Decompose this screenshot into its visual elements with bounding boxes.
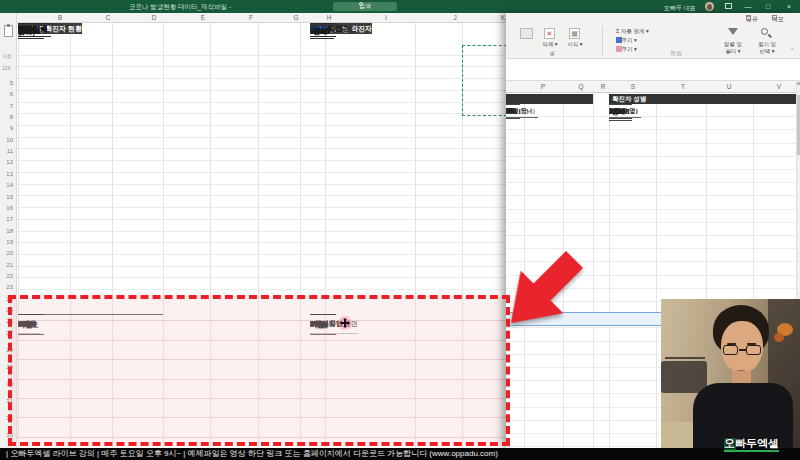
ribbon-fragment: 자동 [2,53,12,59]
column-letter[interactable]: B [50,14,70,21]
row-header-column[interactable]: 자동 129 567891011121314151617181920212223… [0,13,17,448]
formula-bar[interactable] [506,59,800,81]
row-number[interactable]: 22 [0,273,13,279]
row-number[interactable]: 31 [0,398,13,404]
row-number[interactable]: 10 [0,137,13,143]
row-number[interactable]: 7 [0,103,13,109]
insert-cells-icon[interactable] [520,28,533,39]
format-cells-icon[interactable]: ▦ [569,28,580,39]
desk-item [661,361,707,393]
sort-filter-icon[interactable] [728,28,738,40]
gridline [112,23,113,448]
video-frame: 코로나 발생현황 데이터_제작파일 - 검색 오빠두 대표 — □ × 자동 1… [0,0,800,460]
column-letter[interactable]: C [98,14,118,21]
row-number[interactable]: 26 [0,318,13,324]
row-number[interactable]: 8 [0,114,13,120]
row-number[interactable]: 13 [0,171,13,177]
plush-toy [774,333,784,342]
account-avatar[interactable] [705,2,714,11]
column-letter[interactable]: E [193,14,213,21]
delete-button[interactable]: 삭제 ▾ [536,41,564,48]
gridline [325,23,326,448]
fill-button[interactable]: 채우기 ▾ [616,37,637,44]
cell[interactable]: 326 [506,104,520,119]
clear-icon [616,46,622,52]
row-number[interactable]: 18 [0,228,13,234]
collapse-ribbon-icon[interactable]: ^ [786,47,798,53]
maximize-button[interactable]: □ [760,0,776,13]
column-letter[interactable]: U [719,83,739,90]
row-number[interactable]: 15 [0,194,13,200]
column-letter[interactable]: P [533,83,553,90]
gridline [656,93,657,448]
row-number[interactable]: 28 [0,347,13,353]
row-number[interactable]: 19 [0,239,13,245]
row-number[interactable]: 33 [0,432,13,438]
glasses-bridge [739,349,746,351]
gridline [210,23,211,448]
column-letter[interactable]: H [319,14,339,21]
delete-cells-icon[interactable]: ✕ [544,28,555,39]
row-number[interactable]: 24 [0,296,13,302]
row-number[interactable]: 25 [0,307,13,313]
document-title: 코로나 발생현황 데이터_제작파일 - [95,3,265,12]
row-number[interactable]: 5 [0,80,13,86]
minimize-button[interactable]: — [740,0,756,13]
cell[interactable]: 1% [310,314,328,334]
row-number[interactable]: 9 [0,125,13,131]
find-select-button-line2[interactable]: 선택 ▾ [750,48,784,55]
gridline [300,23,301,448]
webcam-overlay [661,299,800,448]
row-number[interactable]: 27 [0,330,13,336]
gridline [609,93,610,448]
cell[interactable]: 100% [310,23,333,39]
column-header-row[interactable]: PQRSTUV [506,81,800,93]
row-number[interactable]: 11 [0,148,13,154]
find-select-icon[interactable] [761,28,768,35]
column-letter[interactable]: G [286,14,306,21]
row-number[interactable]: 14 [0,182,13,188]
column-letter[interactable]: S [623,83,643,90]
autosum-button[interactable]: Σ 자동 합계 ▾ [616,28,649,35]
cell[interactable]: 2.1 [609,104,621,121]
row-number[interactable]: 20 [0,250,13,256]
fill-icon [616,37,622,43]
row-number[interactable]: 12 [0,159,13,165]
clipboard-paste-icon[interactable] [4,25,13,37]
share-button[interactable]: 공유 [746,15,758,24]
clear-button[interactable]: 지우기 ▾ [616,46,637,53]
row-number[interactable]: 17 [0,216,13,222]
sort-filter-button-line2[interactable]: 필터 ▾ [716,48,750,55]
channel-logo-text: 오빠두엑셀 [724,437,779,452]
sort-filter-button[interactable]: 정렬 및 [716,41,750,48]
row-number[interactable]: 30 [0,381,13,387]
column-letter[interactable]: R [593,83,613,90]
cell[interactable]: 1 [18,23,26,39]
ribbon-display-options-icon[interactable] [725,3,732,9]
column-letter[interactable]: Q [571,83,591,90]
column-header-row[interactable]: BCDEFGHIJK [17,13,506,23]
row-number[interactable]: 16 [0,205,13,211]
gridline [415,23,416,448]
worksheet-grid[interactable] [17,23,506,448]
column-letter[interactable]: V [769,83,789,90]
search-input[interactable]: 검색 [333,2,397,11]
gridline [163,23,164,448]
region-ratio-table: 시/도비율1비율2대구48%48%기타20%20%서울11%11%경기11%11… [18,314,163,315]
find-select-button[interactable]: 찾기 및 [750,41,784,48]
row-number[interactable]: 23 [0,284,13,290]
column-letter[interactable]: J [445,14,465,21]
row-number[interactable]: 21 [0,262,13,268]
close-button[interactable]: × [781,0,797,13]
row-number[interactable]: 6 [0,91,13,97]
comments-button[interactable]: 메모 [772,15,784,24]
row-number[interactable]: 32 [0,415,13,421]
column-letter[interactable]: I [376,14,396,21]
row-number[interactable]: 29 [0,364,13,370]
column-letter[interactable]: F [241,14,261,21]
column-letter[interactable]: D [144,14,164,21]
cell[interactable]: 10% [18,314,40,334]
account-name[interactable]: 오빠두 대표 [664,4,696,13]
format-button[interactable]: 서식 ▾ [561,41,589,48]
column-letter[interactable]: T [673,83,693,90]
